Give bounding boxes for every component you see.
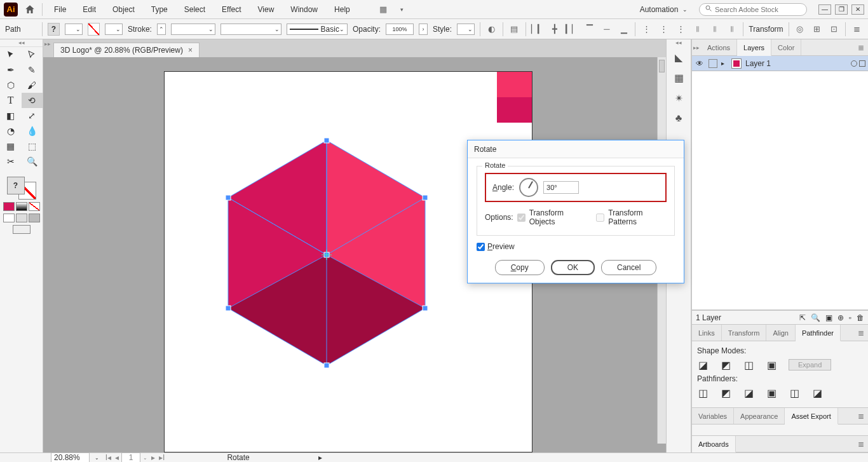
document-tab[interactable]: 3D Logo* @ 20.88% (RGB/Preview) × [53,43,200,57]
isolate-icon[interactable]: ◎ [794,23,806,36]
transform-link[interactable]: Transform [749,25,783,34]
align-bottom-icon[interactable]: ▁ [618,23,630,36]
brushes-icon[interactable]: ✴ [667,88,691,108]
unite-icon[interactable]: ◪ [697,359,709,370]
divide-icon[interactable]: ◫ [697,387,709,398]
menu-file[interactable]: File [49,0,71,18]
menu-object[interactable]: Object [107,0,140,18]
menu-edit[interactable]: Edit [78,0,101,18]
panel-menu-icon[interactable]: ≣ [854,408,868,424]
trim-icon[interactable]: ◩ [720,387,731,398]
scale-tool[interactable]: ⤢ [22,108,43,123]
menu-effect[interactable]: Effect [217,0,246,18]
cube-artwork[interactable] [228,140,425,369]
gradient-mode[interactable] [16,202,27,211]
brush-definition[interactable]: Basic ⌄ [287,24,348,35]
layer-row[interactable]: 👁 ▸ Layer 1 [692,56,868,71]
color-mode[interactable] [3,202,15,211]
tab-layers[interactable]: Layers [737,39,771,56]
none-mode[interactable] [29,202,40,211]
opacity-flyout[interactable]: › [419,24,428,35]
stroke-weight-stepper[interactable]: ⌃ [157,24,166,35]
opacity-field[interactable]: 100% [386,24,414,35]
preview-checkbox[interactable] [477,243,485,251]
align-left-icon[interactable]: ▏▎ [531,23,544,36]
distribute-v1-icon[interactable]: ⫴ [692,23,704,36]
search-input[interactable] [715,6,801,13]
align-hcenter-icon[interactable]: ╋ [549,23,561,36]
tab-actions[interactable]: Actions [701,39,737,55]
panel-menu-icon[interactable]: ≣ [854,39,868,55]
artboard-dropdown-icon[interactable]: ⌄ [142,455,149,461]
pen-tool[interactable]: ✒ [0,62,22,78]
expand-docstrip-icon[interactable]: ▸▸ [44,41,52,48]
tab-links[interactable]: Links [692,325,722,341]
type-tool[interactable]: T [0,93,22,108]
make-clip-icon[interactable]: ▣ [825,313,832,322]
direct-selection-tool[interactable] [22,47,43,62]
visibility-icon[interactable]: 👁 [695,59,705,68]
layer-name[interactable]: Layer 1 [745,59,771,68]
angle-dial[interactable] [519,178,538,197]
close-tab-icon[interactable]: × [188,46,193,55]
fill-stroke-swatch[interactable]: ? [7,177,36,200]
align-top-icon[interactable]: ▔ [583,23,595,36]
collapse-tools-icon[interactable]: ◂◂ [0,39,43,47]
new-layer-icon[interactable]: ▫ [849,313,851,322]
close-button[interactable]: ✕ [851,4,864,15]
search-layer-icon[interactable]: 🔍 [811,313,820,322]
minus-front-icon[interactable]: ◩ [720,359,731,370]
artboard-tool[interactable]: ✂ [0,154,22,169]
lock-slot[interactable] [709,59,717,68]
rotate-tool[interactable]: ⟲ [22,93,43,108]
copy-button[interactable]: Copy [495,260,545,275]
stroke-swatch[interactable] [88,23,100,36]
zoom-tool[interactable]: 🔍 [22,154,43,169]
last-artboard-icon[interactable]: ▸I [158,453,166,462]
draw-behind[interactable] [16,214,27,222]
minus-back-icon[interactable]: ◪ [811,387,823,398]
zoom-field[interactable]: 20.88% [51,452,90,462]
artboard-number[interactable]: 1 [121,452,140,462]
symbols-icon[interactable]: ♣ [667,108,691,128]
edit-clip-icon[interactable]: ⊡ [828,23,840,36]
arrange-documents-icon[interactable]: ▦ [377,3,390,16]
tool-flyout-icon[interactable]: ▸ [318,453,322,462]
expand-button[interactable]: Expand [789,359,831,370]
paintbrush-tool[interactable]: 🖌 [22,78,43,93]
align-panel-icon[interactable]: ▤ [508,23,520,36]
graphic-style[interactable]: ⌄ [457,24,475,35]
selection-tool[interactable] [0,47,22,62]
screen-mode[interactable] [13,225,31,234]
first-artboard-icon[interactable]: I◂ [104,453,112,462]
curvature-tool[interactable]: ✎ [22,62,43,78]
distribute-h1-icon[interactable]: ⋮ [641,23,653,36]
locate-layer-icon[interactable]: ⇱ [799,313,806,322]
distribute-v2-icon[interactable]: ⫴ [709,23,721,36]
panel-menu-icon[interactable]: ≣ [851,23,863,36]
crop-icon[interactable]: ▣ [766,387,777,398]
panel-menu-icon[interactable]: ≣ [854,436,868,452]
menu-type[interactable]: Type [146,0,173,18]
collapse-panels-icon[interactable]: ▸▸ [692,39,701,55]
align-right-icon[interactable]: ▎▏ [566,23,578,36]
distribute-v3-icon[interactable]: ⫴ [726,23,738,36]
outline-icon[interactable]: ◫ [789,387,800,398]
tab-color[interactable]: Color [771,39,801,55]
rectangle-tool[interactable]: ⬡ [0,78,22,93]
maximize-button[interactable]: ❐ [835,4,848,15]
home-icon[interactable] [24,4,36,15]
next-artboard-icon[interactable]: ▸ [150,453,156,462]
menu-help[interactable]: Help [329,0,355,18]
draw-normal[interactable] [3,214,15,222]
menu-select[interactable]: Select [179,0,210,18]
stroke-profile[interactable]: ⌄ [220,24,281,35]
panel-menu-icon[interactable]: ≣ [854,325,868,341]
merge-icon[interactable]: ◪ [743,387,754,398]
ok-button[interactable]: OK [551,260,595,275]
stroke-weight-field[interactable]: ⌄ [171,24,215,35]
swatches-icon[interactable]: ▦ [667,67,691,88]
angle-input[interactable] [543,181,579,194]
shape-mode-icon[interactable]: ⊞ [811,23,823,36]
properties-icon[interactable]: ◣ [667,47,691,67]
